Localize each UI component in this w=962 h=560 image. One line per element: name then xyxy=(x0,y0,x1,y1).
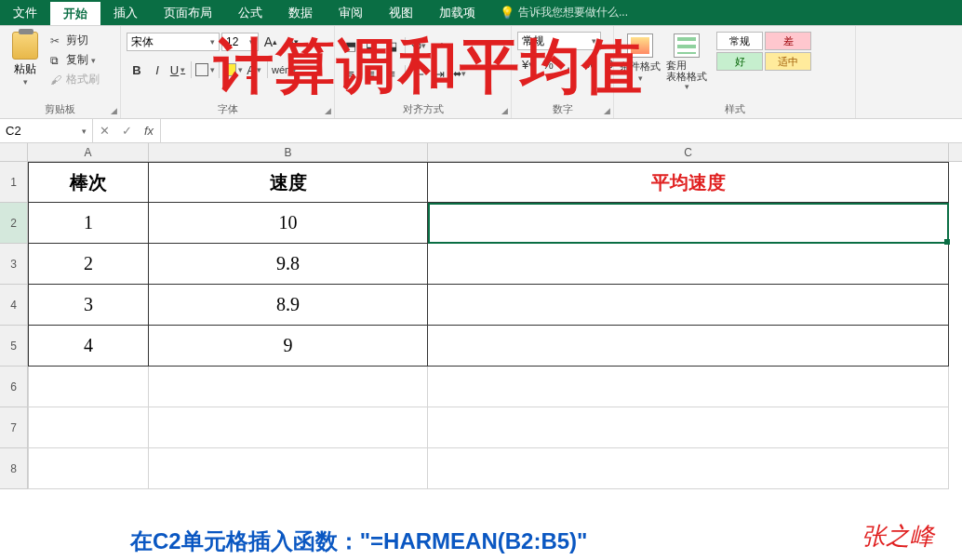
clipboard-dialog-launcher[interactable]: ◢ xyxy=(111,106,117,115)
style-normal[interactable]: 常规 xyxy=(716,32,763,50)
cell-C1[interactable]: 平均速度 xyxy=(428,162,949,203)
increase-indent-button[interactable]: ⇥ xyxy=(429,63,449,84)
tab-data[interactable]: 数据 xyxy=(275,0,326,25)
row-header-2[interactable]: 2 xyxy=(0,203,28,244)
wrap-text-button[interactable]: ⤶ xyxy=(429,35,449,56)
row-header-7[interactable]: 7 xyxy=(0,407,28,448)
number-dialog-launcher[interactable]: ◢ xyxy=(604,106,610,115)
borders-button[interactable]: ▾ xyxy=(194,60,216,80)
bold-button[interactable]: B xyxy=(127,60,147,80)
font-color-button[interactable]: A▾ xyxy=(244,60,264,80)
cell-A5[interactable]: 4 xyxy=(28,326,149,367)
cell-C2[interactable] xyxy=(428,203,949,244)
cell-C5[interactable] xyxy=(428,326,949,367)
style-bad[interactable]: 差 xyxy=(765,32,811,50)
align-middle-button[interactable]: ⬓ xyxy=(361,35,381,56)
formula-input[interactable] xyxy=(161,119,962,142)
cell-C6[interactable] xyxy=(428,367,949,407)
col-header-C[interactable]: C xyxy=(428,143,949,161)
increase-decimal-button[interactable]: .00 xyxy=(579,54,599,74)
font-color-icon: A xyxy=(247,63,255,77)
cell-B5[interactable]: 9 xyxy=(149,326,428,367)
align-bottom-button[interactable]: ⬓ xyxy=(381,35,402,56)
cell-B7[interactable] xyxy=(149,407,428,448)
phonetic-button[interactable]: wén▾ xyxy=(271,60,298,80)
cancel-formula-button[interactable]: ✕ xyxy=(93,119,115,142)
decrease-font-button[interactable]: A▾ xyxy=(283,32,303,52)
orientation-button[interactable]: ⟲▾ xyxy=(408,35,429,56)
cell-A3[interactable]: 2 xyxy=(28,244,149,285)
cell-C4[interactable] xyxy=(428,285,949,326)
row-header-4[interactable]: 4 xyxy=(0,285,28,326)
tab-review[interactable]: 审阅 xyxy=(326,0,376,25)
comma-format-button[interactable]: , xyxy=(558,54,579,74)
tell-me-search[interactable]: 💡告诉我您想要做什么... xyxy=(488,0,639,25)
style-good[interactable]: 好 xyxy=(716,52,763,71)
align-center-button[interactable]: ≡ xyxy=(361,63,381,84)
cell-B3[interactable]: 9.8 xyxy=(149,244,428,285)
tab-file[interactable]: 文件 xyxy=(0,0,50,25)
accounting-format-button[interactable]: ¥▾ xyxy=(517,54,538,74)
row-header-8[interactable]: 8 xyxy=(0,448,28,489)
tab-formulas[interactable]: 公式 xyxy=(225,0,275,25)
cell-B6[interactable] xyxy=(149,367,428,407)
cells-area[interactable]: 棒次 速度 平均速度 1 10 2 9.8 3 8.9 4 9 xyxy=(28,162,962,489)
cell-B8[interactable] xyxy=(149,448,428,489)
row-header-3[interactable]: 3 xyxy=(0,244,28,285)
number-format-select[interactable]: 常规▾ xyxy=(517,32,601,50)
cell-B4[interactable]: 8.9 xyxy=(149,285,428,326)
tab-page-layout[interactable]: 页面布局 xyxy=(151,0,225,25)
cell-C8[interactable] xyxy=(428,448,949,489)
name-box[interactable]: C2▾ xyxy=(0,119,93,142)
font-dialog-launcher[interactable]: ◢ xyxy=(325,106,331,115)
decrease-indent-button[interactable]: ⇤ xyxy=(408,63,429,84)
row-header-1[interactable]: 1 xyxy=(0,162,28,203)
font-size-select[interactable]: 12▾ xyxy=(221,33,259,51)
underline-button[interactable]: U▾ xyxy=(167,60,188,80)
cell-A7[interactable] xyxy=(28,407,149,448)
font-name-select[interactable]: 宋体▾ xyxy=(127,33,220,51)
tab-insert[interactable]: 插入 xyxy=(100,0,151,25)
tab-home[interactable]: 开始 xyxy=(50,0,100,25)
cell-B1[interactable]: 速度 xyxy=(149,162,428,203)
cell-A4[interactable]: 3 xyxy=(28,285,149,326)
fill-color-button[interactable]: ▾ xyxy=(222,60,244,80)
copy-button[interactable]: ⧉复制▾ xyxy=(48,51,101,69)
format-painter-button[interactable]: 🖌格式刷 xyxy=(48,71,101,88)
cell-C7[interactable] xyxy=(428,407,949,448)
cell-C3[interactable] xyxy=(428,244,949,285)
scissors-icon: ✂ xyxy=(50,34,63,47)
merge-center-button[interactable]: ⬌▾ xyxy=(449,63,470,84)
tab-addins[interactable]: 加载项 xyxy=(426,0,488,25)
increase-font-button[interactable]: A▴ xyxy=(261,32,281,52)
cell-A1[interactable]: 棒次 xyxy=(28,162,149,203)
align-top-button[interactable]: ⬒ xyxy=(341,35,361,56)
row-header-6[interactable]: 6 xyxy=(0,367,28,407)
cell-B2[interactable]: 10 xyxy=(149,203,428,244)
instruction-text: 在C2单元格插入函数："=HARMEAN(B2:B5)" xyxy=(130,527,587,556)
italic-button[interactable]: I xyxy=(147,60,167,80)
cell-A8[interactable] xyxy=(28,448,149,489)
group-styles: 条件格式▾ 套用 表格格式▾ 常规 差 好 适中 样式 xyxy=(614,26,856,118)
col-header-B[interactable]: B xyxy=(149,143,428,161)
cut-button[interactable]: ✂剪切 xyxy=(48,32,101,49)
row-header-5[interactable]: 5 xyxy=(0,326,28,367)
ribbon: 粘贴 ▾ ✂剪切 ⧉复制▾ 🖌格式刷 剪贴板 ◢ 宋体▾ 12▾ A▴ A▾ B… xyxy=(0,26,962,119)
col-header-A[interactable]: A xyxy=(28,143,149,161)
paste-button[interactable]: 粘贴 ▾ xyxy=(6,28,45,87)
select-all-corner[interactable] xyxy=(0,143,28,161)
insert-function-button[interactable]: fx xyxy=(138,119,160,142)
cell-A2[interactable]: 1 xyxy=(28,203,149,244)
conditional-format-button[interactable]: 条件格式▾ xyxy=(620,33,661,91)
tab-view[interactable]: 视图 xyxy=(376,0,426,25)
cell-styles-gallery[interactable]: 常规 差 好 适中 xyxy=(716,28,811,71)
percent-format-button[interactable]: % xyxy=(538,54,558,74)
enter-formula-button[interactable]: ✓ xyxy=(115,119,138,142)
cell-A6[interactable] xyxy=(28,367,149,407)
style-neutral[interactable]: 适中 xyxy=(765,52,811,71)
format-as-table-button[interactable]: 套用 表格格式▾ xyxy=(666,33,707,91)
spreadsheet-grid[interactable]: A B C 1 2 3 4 5 6 7 8 棒次 速度 平均速度 1 10 2 … xyxy=(0,143,962,560)
alignment-dialog-launcher[interactable]: ◢ xyxy=(501,106,508,115)
align-left-button[interactable]: ≡ xyxy=(341,63,361,84)
align-right-button[interactable]: ≡ xyxy=(381,63,402,84)
